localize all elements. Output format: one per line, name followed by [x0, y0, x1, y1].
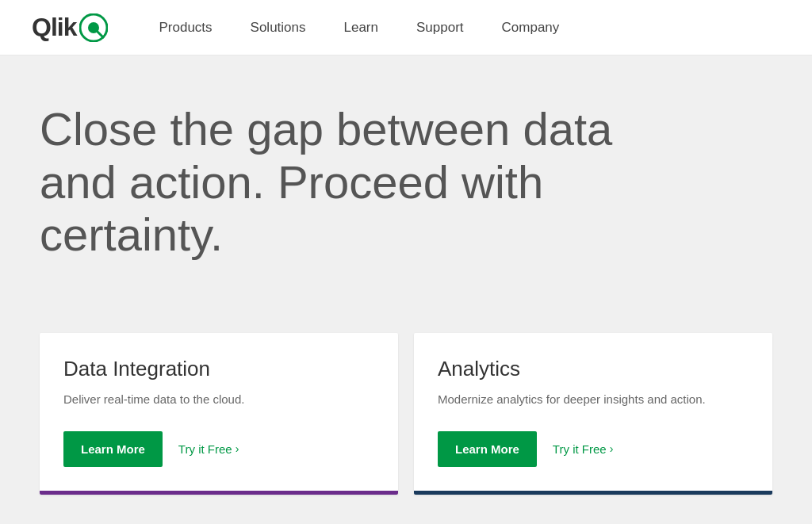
analytics-bar: [414, 491, 772, 495]
qlik-logo-icon: [79, 13, 108, 42]
analytics-description: Modernize analytics for deeper insights …: [438, 391, 749, 409]
logo-text: Qlik: [32, 13, 76, 42]
nav-item-products[interactable]: Products: [140, 0, 231, 55]
hero-title: Close the gap between data and action. P…: [40, 103, 658, 262]
nav-item-company[interactable]: Company: [483, 0, 579, 55]
try-free-label: Try it Free: [178, 442, 232, 456]
nav-item-support[interactable]: Support: [397, 0, 483, 55]
data-integration-title: Data Integration: [63, 357, 374, 381]
data-integration-card: Data Integration Deliver real-time data …: [40, 333, 398, 495]
data-integration-bar: [40, 491, 398, 495]
cards-section: Data Integration Deliver real-time data …: [0, 333, 812, 524]
data-integration-learn-more-button[interactable]: Learn More: [63, 431, 163, 467]
data-integration-try-free-link[interactable]: Try it Free ›: [178, 442, 239, 456]
analytics-actions: Learn More Try it Free ›: [438, 431, 749, 467]
try-free-arrow-icon: ›: [236, 442, 239, 455]
analytics-title: Analytics: [438, 357, 749, 381]
nav-item-solutions[interactable]: Solutions: [232, 0, 325, 55]
logo[interactable]: Qlik: [32, 13, 108, 42]
analytics-try-free-arrow-icon: ›: [610, 442, 614, 455]
analytics-try-free-link[interactable]: Try it Free ›: [553, 442, 613, 456]
data-integration-actions: Learn More Try it Free ›: [63, 431, 374, 467]
data-integration-description: Deliver real-time data to the cloud.: [63, 391, 374, 409]
nav-item-learn[interactable]: Learn: [325, 0, 397, 55]
analytics-try-free-label: Try it Free: [553, 442, 607, 456]
svg-line-2: [98, 32, 103, 37]
analytics-card: Analytics Modernize analytics for deeper…: [414, 333, 772, 495]
hero-section: Close the gap between data and action. P…: [0, 55, 812, 333]
analytics-learn-more-button[interactable]: Learn More: [438, 431, 537, 467]
main-nav: Products Solutions Learn Support Company: [140, 0, 578, 55]
header: Qlik Products Solutions Learn Support Co…: [0, 0, 812, 55]
